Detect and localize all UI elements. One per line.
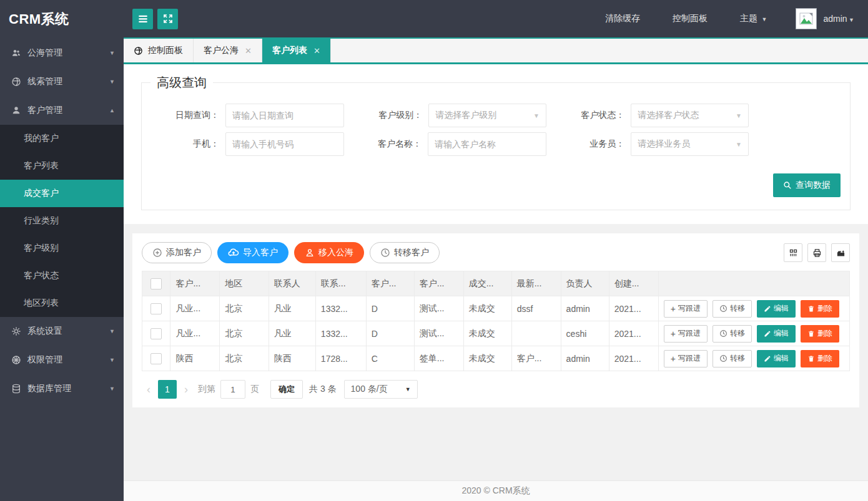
transfer-button[interactable]: 转移	[713, 325, 752, 343]
pagination: ‹ 1 › 到第 页 确定 共 3 条 100 条/页 ▼	[142, 380, 850, 399]
write-followup-button[interactable]: +写跟进	[664, 300, 708, 318]
top-bar: 清除缓存 控制面板 主题 ▼ admin ▼	[124, 0, 868, 39]
transfer-button[interactable]: 转移	[713, 350, 752, 367]
goto-page-input[interactable]	[220, 380, 245, 399]
delete-button[interactable]: 删除	[801, 300, 839, 318]
tab-customer-sea[interactable]: 客户公海 ✕	[194, 39, 262, 62]
select-placeholder: 请选择客户级别	[435, 110, 533, 121]
sidebar-subitem-deal-customers[interactable]: 成交客户	[0, 180, 124, 207]
chevron-down-icon: ▼	[109, 50, 115, 56]
select-all-checkbox[interactable]	[150, 278, 162, 289]
salesman-select[interactable]: 请选择业务员 ▼	[631, 132, 749, 156]
level-field-group: 客户级别： 请选择客户级别 ▼	[344, 104, 546, 127]
total-count: 共 3 条	[309, 384, 337, 395]
table-cell: 客户...	[511, 346, 561, 371]
tab-control-panel[interactable]: 控制面板	[124, 39, 194, 62]
customer-submenu: 我的客户 客户列表 成交客户 行业类别 客户级别 客户状态 地区列表	[0, 125, 124, 317]
select-placeholder: 请选择客户状态	[638, 110, 736, 121]
customer-name-input[interactable]	[428, 132, 546, 156]
col-header: 创建...	[609, 271, 658, 296]
edit-button[interactable]: 编辑	[757, 350, 796, 367]
footer-text: 2020 © CRM系统	[461, 485, 530, 497]
chevron-down-icon: ▼	[109, 386, 115, 392]
write-followup-button[interactable]: +写跟进	[664, 325, 708, 343]
salesman-field-group: 业务员： 请选择业务员 ▼	[546, 132, 749, 156]
date-input[interactable]	[225, 104, 344, 127]
chevron-down-icon: ▼	[736, 141, 742, 148]
sidebar-item-label: 系统设置	[27, 326, 109, 337]
avatar[interactable]	[796, 8, 817, 29]
goto-confirm-button[interactable]: 确定	[270, 380, 303, 399]
close-icon[interactable]: ✕	[313, 46, 320, 56]
phone-input[interactable]	[225, 132, 344, 156]
clock-icon	[719, 304, 727, 313]
table-cell: D	[366, 321, 414, 346]
customer-level-select[interactable]: 请选择客户级别 ▼	[428, 104, 546, 127]
print-button[interactable]	[807, 243, 826, 262]
salesman-label: 业务员：	[546, 139, 631, 150]
row-checkbox[interactable]	[150, 328, 162, 339]
sidebar-subitem-my-customers[interactable]: 我的客户	[0, 125, 124, 152]
clear-cache-link[interactable]: 清除缓存	[605, 13, 640, 24]
close-icon[interactable]: ✕	[245, 46, 252, 56]
table-cell: 北京	[220, 296, 269, 321]
sidebar-item-public-sea[interactable]: 公海管理 ▼	[0, 39, 124, 67]
sidebar-item-permissions[interactable]: 权限管理 ▼	[0, 346, 124, 374]
hamburger-icon	[137, 13, 149, 24]
add-customer-button[interactable]: 添加客户	[142, 242, 212, 263]
sidebar-item-system-settings[interactable]: 系统设置 ▼	[0, 317, 124, 346]
goto-prefix: 到第	[198, 384, 215, 395]
col-header: 客户...	[366, 271, 414, 296]
control-panel-link[interactable]: 控制面板	[673, 13, 708, 24]
sidebar-item-leads[interactable]: 线索管理 ▼	[0, 67, 124, 96]
phone-label: 手机：	[142, 139, 225, 150]
sidebar-subitem-customer-status[interactable]: 客户状态	[0, 262, 124, 289]
sidebar-item-database[interactable]: 数据库管理 ▼	[0, 374, 124, 403]
sidebar-item-customers[interactable]: 客户管理 ▲	[0, 96, 124, 125]
next-page-icon[interactable]: ›	[179, 383, 193, 396]
write-followup-button[interactable]: +写跟进	[664, 350, 708, 367]
tab-label: 客户公海	[204, 45, 239, 56]
globe-icon	[134, 46, 143, 56]
row-actions: +写跟进 转移 编辑 删除	[664, 300, 844, 318]
phone-field-group: 手机：	[142, 132, 344, 156]
app-title: CRM系统	[0, 0, 124, 39]
delete-button[interactable]: 删除	[801, 350, 839, 367]
per-page-select[interactable]: 100 条/页 ▼	[344, 380, 418, 399]
tab-strip: 控制面板 客户公海 ✕ 客户列表 ✕	[124, 39, 868, 64]
clock-icon	[380, 248, 390, 258]
columns-icon	[789, 248, 798, 258]
edit-button[interactable]: 编辑	[757, 300, 796, 318]
export-button[interactable]	[831, 243, 850, 262]
transfer-button[interactable]: 转移	[713, 300, 752, 318]
sidebar-item-label: 公海管理	[27, 47, 109, 59]
fullscreen-button[interactable]	[157, 9, 178, 29]
filter-columns-button[interactable]	[784, 243, 802, 262]
sidebar-subitem-customer-level[interactable]: 客户级别	[0, 235, 124, 262]
move-to-sea-button[interactable]: 移入公海	[294, 242, 364, 263]
trash-icon	[807, 305, 815, 313]
page-number-button[interactable]: 1	[158, 380, 177, 399]
theme-dropdown[interactable]: 主题 ▼	[740, 13, 767, 24]
tab-customer-list[interactable]: 客户列表 ✕	[262, 39, 331, 62]
edit-button[interactable]: 编辑	[757, 325, 796, 343]
import-customer-button[interactable]: 导入客户	[217, 242, 289, 263]
table-card: 添加客户 导入客户 移入公海 转移客户	[132, 233, 859, 407]
search-row-1: 日期查询： 客户级别： 请选择客户级别 ▼ 客户状态：	[142, 104, 841, 127]
customer-status-select[interactable]: 请选择客户状态 ▼	[631, 104, 749, 127]
row-checkbox[interactable]	[150, 353, 162, 364]
person-icon	[305, 248, 315, 258]
delete-button[interactable]: 删除	[801, 325, 839, 343]
transfer-customer-button[interactable]: 转移客户	[370, 242, 440, 263]
query-data-button[interactable]: 查询数据	[773, 173, 841, 197]
user-menu[interactable]: admin ▼	[823, 14, 854, 24]
sidebar-subitem-region-list[interactable]: 地区列表	[0, 289, 124, 317]
prev-page-icon[interactable]: ‹	[142, 383, 155, 396]
table-cell: 未成交	[463, 346, 511, 371]
sidebar-subitem-customer-list[interactable]: 客户列表	[0, 152, 124, 180]
row-checkbox[interactable]	[150, 303, 162, 314]
chevron-down-icon: ▼	[109, 328, 115, 334]
table-cell: ceshi	[561, 321, 609, 346]
sidebar-subitem-industry-category[interactable]: 行业类别	[0, 207, 124, 235]
collapse-menu-button[interactable]	[132, 9, 153, 29]
